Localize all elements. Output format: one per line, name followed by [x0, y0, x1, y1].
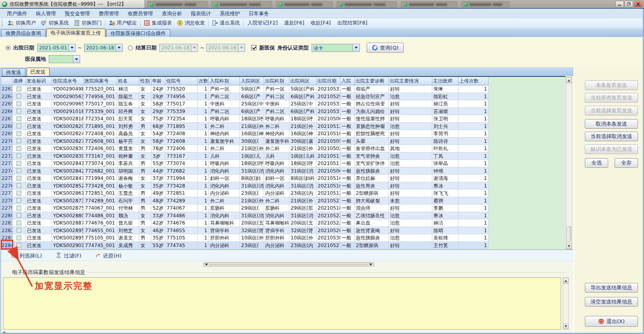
column-header[interactable]: 住院流水号 — [52, 77, 84, 85]
column-header[interactable]: 性别 — [139, 77, 151, 85]
row-checkbox[interactable] — [17, 146, 21, 151]
row-checkbox[interactable] — [17, 213, 21, 218]
background-window-tab[interactable] — [276, 1, 332, 8]
settle-date-radio[interactable] — [128, 45, 133, 50]
subtab-已发送[interactable]: 已发送 — [27, 68, 50, 76]
menu-item[interactable]: 费用管理 — [95, 10, 124, 17]
column-header[interactable]: 年龄 — [151, 77, 165, 85]
dropdown-arrow-icon[interactable] — [116, 44, 122, 52]
row-checkbox[interactable] — [17, 228, 21, 233]
table-row[interactable]: 2280已发送YDKS002880774486_001魏沩女33岁7744861… — [1, 212, 489, 220]
row-checkbox[interactable] — [17, 161, 21, 166]
column-header[interactable]: 选择 — [12, 77, 26, 85]
table-scrollbar[interactable]: ▲ ▼ — [566, 77, 572, 249]
discharge-to-select[interactable]: 2021-06-18 — [84, 44, 123, 52]
scroll-down-icon[interactable]: ▼ — [566, 243, 572, 249]
row-checkbox[interactable] — [17, 221, 21, 225]
tab-active[interactable]: 电子病历病案首页上传 — [46, 29, 105, 37]
auth-type-select[interactable]: 读卡 — [312, 44, 360, 52]
menu-item[interactable]: 预交金管理 — [60, 10, 95, 17]
insurance-region-select[interactable] — [49, 55, 80, 63]
tab-inactive[interactable]: 收费员综合查询 — [1, 29, 45, 37]
row-checkbox[interactable] — [17, 235, 21, 240]
menu-item[interactable]: 用户操作 — [2, 10, 31, 17]
column-header[interactable]: 上传次数 — [458, 77, 489, 85]
select-all-button[interactable]: 全选 — [585, 158, 608, 168]
background-window-tab[interactable] — [147, 1, 208, 8]
menu-item[interactable]: 系统维护 — [215, 10, 244, 17]
background-window-tab[interactable] — [401, 1, 457, 8]
tab-inactive[interactable]: 住院新医保接口综合操作 — [106, 29, 171, 37]
row-checkbox[interactable] — [17, 131, 21, 136]
menu-item[interactable]: 查询分析 — [157, 10, 186, 17]
table-row[interactable]: 2264已发送YD00290563774956_001陈菊兰女29岁774956… — [1, 93, 489, 101]
dropdown-arrow-icon[interactable] — [353, 44, 359, 52]
toolbar-button[interactable]: 切换用户 — [5, 20, 38, 27]
message-scrollbar[interactable]: ▲ ▼ — [563, 277, 569, 330]
table-row[interactable]: 2274已发送YDKS002842772682_001胡明国男44岁772682… — [1, 167, 489, 175]
table-row[interactable]: 2267已发送YDKS002818772354_001彭天英女75岁772354… — [1, 115, 489, 123]
scroll-thumb[interactable] — [567, 227, 571, 242]
toolbar-button[interactable]: 消息收发 — [174, 20, 207, 27]
toolbar-action[interactable]: 退款[F6] — [281, 20, 308, 27]
row-checkbox[interactable] — [17, 101, 21, 106]
table-row[interactable]: 2271已发送YDKS002830772406_001黄显发男78岁772406… — [1, 145, 489, 153]
column-header[interactable]: 发送标识 — [26, 77, 52, 85]
table-row[interactable]: 2269已发送YDKS002824772408_001高淼员女54岁772408… — [1, 130, 489, 138]
export-results-button[interactable]: 导出发送结果信息 — [585, 283, 638, 293]
send-button-5[interactable]: 当前选择取消发送 — [585, 132, 638, 141]
minimize-icon[interactable] — [615, 1, 624, 7]
row-checkbox[interactable] — [17, 243, 21, 247]
row-checkbox[interactable] — [17, 191, 21, 196]
row-checkbox[interactable] — [17, 116, 21, 121]
menu-item[interactable]: 收费员管理 — [124, 10, 158, 17]
subtab-待发送[interactable]: 待发送 — [2, 68, 25, 76]
row-checkbox[interactable] — [17, 109, 21, 113]
table-row[interactable]: 2263已发送YD00290498775520_001林洁女24岁7755201… — [1, 85, 489, 93]
column-header[interactable]: 入院 — [341, 77, 355, 85]
row-checkbox[interactable] — [17, 153, 21, 158]
toolbar-button[interactable]: 切换系统 — [38, 20, 71, 27]
table-row[interactable]: 2278已发送YDKS002873774289_001石问学男48岁774289… — [1, 197, 489, 205]
toolbar-action[interactable]: 收款[F4] — [308, 20, 334, 27]
table-row[interactable]: 2272已发送YDKS002839773167_001祝梓馨女3岁7731671… — [1, 153, 489, 160]
row-checkbox[interactable] — [17, 198, 21, 203]
row-checkbox[interactable] — [17, 183, 21, 188]
row-checkbox[interactable] — [17, 138, 21, 143]
toolbar-button[interactable]: 用户锁定 — [106, 20, 139, 27]
background-window-tab[interactable] — [336, 1, 397, 8]
grid-tool-还原(H)[interactable]: 还原(H) — [95, 252, 122, 260]
column-header[interactable]: 出院病区 — [289, 77, 316, 85]
column-header[interactable]: 入院科别 — [209, 77, 240, 85]
grid-tool-过滤(F)[interactable]: 过滤(F) — [56, 252, 81, 260]
row-checkbox[interactable] — [17, 87, 21, 91]
toolbar-button[interactable]: 切换部门 — [71, 20, 104, 27]
column-header[interactable]: 出院主要诊断 — [355, 77, 389, 85]
new-insurance-checkbox[interactable] — [251, 45, 256, 50]
table-row[interactable]: 2270已发送YDKS002827772608_001杨平芬女58岁772608… — [1, 138, 489, 145]
table-row[interactable]: 2276已发送YDKS002852773428_001杨小敏女35岁773428… — [1, 182, 489, 190]
table-row[interactable]: 2266已发送YD00291018775339_001邱丹腾女29岁775339… — [1, 108, 489, 115]
column-header[interactable]: 出院主要情况 — [389, 77, 432, 85]
table-row[interactable]: 2268已发送YDKS002820771895_001刘邦勇男68岁771895… — [1, 123, 489, 130]
dropdown-arrow-icon[interactable] — [68, 44, 75, 52]
column-header[interactable]: 出院日期 — [316, 77, 341, 85]
table-row[interactable]: 2281已发送YDKS002887774676_001曾凡留男42岁774676… — [1, 219, 489, 227]
table-row[interactable]: 2265已发送YD00290965775017_001陈玉春女58岁775017… — [1, 100, 489, 108]
column-header[interactable]: 次数 — [198, 77, 209, 85]
row-checkbox[interactable] — [17, 206, 21, 210]
menu-item[interactable]: 报表统计 — [186, 10, 215, 17]
row-checkbox[interactable] — [17, 168, 21, 173]
toolbar-button[interactable]: 集成报表 — [141, 20, 174, 27]
toolbar-action[interactable]: 入院登记[F2] — [244, 20, 281, 27]
column-header[interactable]: 主治医师 — [432, 77, 458, 85]
row-checkbox[interactable] — [17, 176, 21, 181]
query-button[interactable]: 查询(Q) — [367, 43, 404, 53]
close-icon[interactable] — [634, 1, 642, 7]
table-row[interactable]: 2279已发送YDKS002875774067_001付华林男52岁774067… — [1, 204, 489, 212]
window-title-tab[interactable]: 住院收费管理系统【住院收费处--9999】--- 【orcl2】 — [0, 0, 145, 8]
row-checkbox[interactable] — [17, 94, 21, 99]
clear-results-button[interactable]: 清空发送结果信息 — [585, 297, 638, 307]
splitter-bar[interactable] — [203, 262, 374, 266]
column-header[interactable] — [1, 77, 12, 85]
